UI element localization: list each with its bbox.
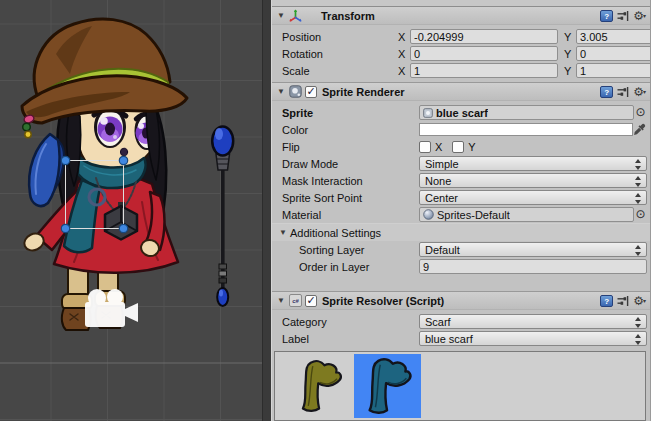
rotation-row: Rotation X Y Z bbox=[272, 45, 650, 62]
sprite-label: Sprite bbox=[282, 107, 419, 119]
rotation-y-field[interactable] bbox=[576, 46, 651, 61]
order-in-layer-field[interactable] bbox=[419, 259, 647, 274]
x-axis-label: X bbox=[398, 48, 410, 60]
help-icon[interactable]: ? bbox=[600, 86, 613, 98]
scene-view[interactable] bbox=[0, 0, 262, 421]
witch-girl-character[interactable] bbox=[22, 19, 187, 330]
position-y-field[interactable] bbox=[576, 29, 651, 44]
flip-y-checkbox[interactable] bbox=[452, 141, 464, 153]
component-enabled-checkbox[interactable]: ✓ bbox=[305, 86, 317, 98]
green-scarf-thumbnail[interactable] bbox=[286, 354, 353, 418]
category-label: Category bbox=[282, 316, 419, 328]
scale-label: Scale bbox=[282, 65, 398, 77]
help-icon[interactable]: ? bbox=[600, 10, 613, 22]
foldout-arrow-icon[interactable]: ▼ bbox=[276, 7, 286, 24]
component-gap bbox=[272, 278, 650, 291]
transform-tool-icon bbox=[289, 9, 302, 22]
y-axis-label: Y bbox=[564, 65, 576, 77]
order-in-layer-row: Order in Layer bbox=[272, 258, 650, 275]
selection-handle[interactable] bbox=[119, 156, 127, 164]
scale-x-field[interactable] bbox=[410, 63, 558, 78]
draw-mode-label: Draw Mode bbox=[282, 158, 419, 170]
draw-mode-dropdown[interactable]: Simple bbox=[419, 156, 647, 171]
foldout-arrow-icon[interactable]: ▼ bbox=[278, 224, 288, 241]
flip-label: Flip bbox=[282, 141, 419, 153]
dropdown-arrows-icon bbox=[634, 193, 642, 204]
sprite-resolver-header[interactable]: ▼ c# ✓ Sprite Resolver (Script) ? ⚙▾ bbox=[272, 291, 650, 310]
transform-header[interactable]: ▼ Transform ? bbox=[272, 7, 650, 25]
label-dropdown[interactable]: blue scarf bbox=[419, 331, 647, 346]
sprite-sort-point-dropdown[interactable]: Center bbox=[419, 190, 647, 205]
sprite-object-field[interactable]: blue scarf bbox=[419, 105, 634, 120]
mask-interaction-row: Mask Interaction None bbox=[272, 172, 650, 189]
y-axis-label: Y bbox=[564, 48, 576, 60]
preset-icon[interactable] bbox=[617, 10, 629, 22]
sorting-layer-row: Sorting Layer Default bbox=[272, 241, 650, 258]
x-axis-label: X bbox=[398, 65, 410, 77]
component-title: Transform bbox=[321, 10, 375, 22]
eyedropper-icon[interactable] bbox=[633, 123, 647, 136]
object-picker-icon[interactable]: ⊙ bbox=[634, 105, 647, 120]
sprite-variant-selector bbox=[274, 351, 646, 421]
flip-x-label: X bbox=[435, 141, 442, 153]
additional-settings-foldout[interactable]: ▼ Additional Settings bbox=[272, 223, 650, 241]
inspector-panel: ▼ Transform ? bbox=[271, 0, 651, 421]
panel-divider[interactable] bbox=[262, 0, 271, 421]
sorting-layer-dropdown[interactable]: Default bbox=[419, 242, 647, 257]
scene-canvas bbox=[0, 0, 262, 421]
label-label: Label bbox=[282, 333, 419, 345]
foldout-arrow-icon[interactable]: ▼ bbox=[276, 292, 286, 309]
material-value: Sprites-Default bbox=[437, 209, 510, 221]
label-row: Label blue scarf bbox=[272, 330, 650, 347]
rotation-label: Rotation bbox=[282, 48, 398, 60]
sprite-value: blue scarf bbox=[436, 107, 488, 119]
selection-handle[interactable] bbox=[61, 156, 69, 164]
y-axis-label: Y bbox=[564, 31, 576, 43]
scale-y-field[interactable] bbox=[576, 63, 651, 78]
component-title: Sprite Renderer bbox=[322, 86, 405, 98]
sprite-sort-point-row: Sprite Sort Point Center bbox=[272, 189, 650, 206]
camera-gizmo[interactable] bbox=[85, 289, 138, 327]
component-title: Sprite Resolver (Script) bbox=[322, 295, 444, 307]
position-x-field[interactable] bbox=[410, 29, 558, 44]
unity-editor-window: ▼ Transform ? bbox=[0, 0, 651, 421]
color-row: Color bbox=[272, 121, 650, 138]
mask-interaction-dropdown[interactable]: None bbox=[419, 173, 647, 188]
sprite-sort-point-label: Sprite Sort Point bbox=[282, 192, 419, 204]
material-label: Material bbox=[282, 209, 419, 221]
selection-handle[interactable] bbox=[119, 224, 127, 232]
transform-body: Position X Y Z Rotation X Y Z Scale X bbox=[272, 25, 650, 82]
flip-x-checkbox[interactable] bbox=[419, 141, 431, 153]
gear-icon[interactable]: ⚙▾ bbox=[633, 86, 646, 98]
rotation-x-field[interactable] bbox=[410, 46, 558, 61]
witch-hat bbox=[22, 19, 187, 123]
sprite-renderer-header[interactable]: ▼ ✓ Sprite Renderer ? ⚙▾ bbox=[272, 82, 650, 101]
gear-icon[interactable]: ⚙▾ bbox=[633, 10, 646, 22]
foldout-arrow-icon[interactable]: ▼ bbox=[276, 83, 286, 100]
dropdown-arrows-icon bbox=[634, 317, 642, 328]
sprite-mini-icon bbox=[423, 108, 433, 118]
preset-icon[interactable] bbox=[617, 295, 629, 307]
material-object-field[interactable]: Sprites-Default bbox=[419, 207, 634, 222]
gear-icon[interactable]: ⚙▾ bbox=[633, 295, 646, 307]
sprite-resolver-body: Category Scarf Label blue scarf bbox=[272, 310, 650, 421]
scale-row: Scale X Y Z bbox=[272, 62, 650, 79]
inspector-top-strip bbox=[272, 0, 650, 7]
blue-scarf-thumbnail[interactable] bbox=[354, 354, 421, 418]
flip-y-label: Y bbox=[468, 141, 475, 153]
category-dropdown[interactable]: Scarf bbox=[419, 314, 647, 329]
flip-row: Flip X Y bbox=[272, 138, 650, 155]
staff-prop[interactable] bbox=[212, 127, 233, 307]
dropdown-arrows-icon bbox=[634, 176, 642, 187]
component-enabled-checkbox[interactable]: ✓ bbox=[305, 295, 317, 307]
sprite-renderer-icon bbox=[289, 85, 302, 98]
help-icon[interactable]: ? bbox=[600, 295, 613, 307]
draw-mode-row: Draw Mode Simple bbox=[272, 155, 650, 172]
color-swatch[interactable] bbox=[419, 123, 633, 136]
position-row: Position X Y Z bbox=[272, 28, 650, 45]
preset-icon[interactable] bbox=[617, 86, 629, 98]
dropdown-arrows-icon bbox=[634, 334, 642, 345]
object-picker-icon[interactable]: ⊙ bbox=[634, 207, 647, 222]
additional-settings-label: Additional Settings bbox=[290, 227, 381, 239]
selection-handle[interactable] bbox=[61, 224, 69, 232]
